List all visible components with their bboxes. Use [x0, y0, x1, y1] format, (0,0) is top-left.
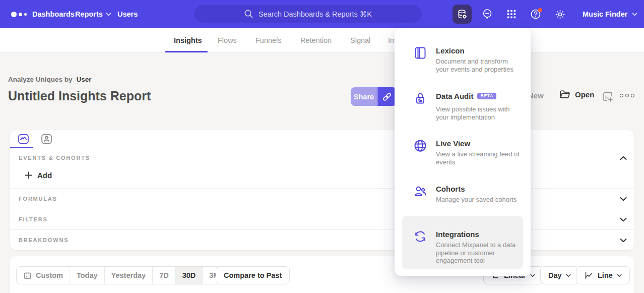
range-yesterday[interactable]: Yesterday: [105, 267, 153, 284]
help-button[interactable]: [526, 5, 545, 24]
feedback-button[interactable]: [478, 5, 497, 24]
compare-to-past-button[interactable]: Compare to Past: [216, 266, 290, 284]
divider: [10, 188, 634, 189]
grid-dots-icon: [506, 9, 517, 20]
plus-icon: [25, 171, 32, 179]
menu-item-cohorts[interactable]: Cohorts Manage your saved cohorts: [413, 184, 521, 204]
tab-flows[interactable]: Flows: [218, 28, 237, 52]
collapse-events-button[interactable]: [619, 154, 627, 162]
apps-grid-button[interactable]: [502, 5, 521, 24]
menu-item-title: Lexicon: [436, 46, 521, 55]
section-label-formulas: FORMULAS: [19, 196, 57, 202]
mixpanel-logo[interactable]: [11, 12, 27, 17]
lexicon-book-icon: [413, 46, 427, 60]
report-title[interactable]: Untitled Insights Report: [8, 89, 151, 103]
beta-badge: BETA: [477, 93, 496, 100]
tab-metrics-chart[interactable]: [17, 132, 30, 146]
menu-item-description: Document and transform your events and p…: [436, 57, 521, 73]
nav-item-reports[interactable]: Reports: [75, 0, 111, 28]
live-view-globe-icon: [413, 139, 427, 153]
tab-funnels[interactable]: Funnels: [255, 28, 282, 52]
range-custom[interactable]: Custom: [17, 267, 70, 284]
tab-retention[interactable]: Retention: [300, 28, 332, 52]
user-profile-icon: [40, 133, 53, 145]
menu-item-description: View possible issues with your implement…: [436, 105, 521, 121]
dot-icon: [625, 94, 629, 97]
chart-plus-icon: [602, 91, 614, 103]
expand-formulas-button[interactable]: [619, 195, 627, 203]
chevron-down-icon: [620, 217, 627, 222]
report-tabbar: Insights Flows Funnels Retention Signal …: [0, 28, 644, 53]
section-label-breakdowns: BREAKDOWNS: [19, 237, 69, 243]
menu-item-title: Data Audit: [436, 91, 473, 101]
nav-item-label: Reports: [75, 10, 103, 18]
range-30d[interactable]: 30D: [176, 267, 203, 284]
section-label-filters: FILTERS: [19, 216, 48, 222]
query-builder-panel: EVENTS & COHORTS Add FORMULAS FILTERS BR…: [10, 130, 634, 250]
tab-user-profiles[interactable]: [40, 132, 53, 146]
menu-item-data-audit[interactable]: Data Audit BETA View possible issues wit…: [413, 91, 521, 121]
link-icon: [381, 91, 393, 102]
menu-item-lexicon[interactable]: Lexicon Document and transform your even…: [413, 46, 521, 73]
notification-dot: [538, 8, 542, 12]
top-navbar: Dashboards Reports Users Search Dashboar…: [0, 0, 644, 28]
data-audit-lock-icon: [413, 91, 427, 105]
search-input[interactable]: Search Dashboards & Reports ⌘K: [194, 5, 422, 23]
search-icon: [244, 9, 253, 19]
chevron-up-icon: [620, 156, 627, 160]
data-management-menu: Lexicon Document and transform your even…: [395, 28, 531, 276]
chevron-down-icon: [620, 197, 627, 201]
add-label: Add: [37, 171, 52, 180]
menu-item-title: Live View: [436, 139, 521, 148]
menu-item-description: View a live streaming feed of events: [436, 150, 521, 166]
database-gear-icon: [457, 9, 468, 20]
nav-item-users[interactable]: Users: [117, 0, 138, 28]
logo-dot: [19, 13, 22, 16]
divider: [10, 229, 634, 230]
dot-icon: [620, 94, 623, 97]
more-options-button[interactable]: [620, 94, 634, 97]
chart-type-selector[interactable]: Line: [576, 266, 630, 284]
logo-dot: [11, 12, 17, 17]
analysis-entity-selector[interactable]: User: [77, 76, 92, 83]
workspace-name: Music Finder: [583, 10, 627, 18]
range-today[interactable]: Today: [70, 267, 105, 284]
chat-bubble-icon: [481, 8, 493, 20]
integrations-sync-icon: [413, 229, 427, 244]
data-management-button[interactable]: [453, 5, 472, 24]
builder-tabs: [10, 130, 634, 148]
menu-item-live-view[interactable]: Live View View a live streaming feed of …: [413, 139, 521, 166]
interval-selector[interactable]: Day: [540, 266, 579, 284]
add-event-button[interactable]: Add: [25, 171, 52, 180]
share-button[interactable]: Share: [351, 87, 377, 106]
menu-item-integrations[interactable]: Integrations Connect Mixpanel to a data …: [413, 229, 521, 265]
menu-item-description: Manage your saved cohorts: [436, 196, 521, 204]
open-label: Open: [575, 90, 594, 99]
expand-breakdowns-button[interactable]: [619, 236, 627, 244]
search-placeholder: Search Dashboards & Reports ⌘K: [259, 10, 372, 18]
chart-type-label: Line: [598, 271, 613, 279]
chart-line-icon: [17, 133, 30, 145]
tab-insights[interactable]: Insights: [174, 28, 202, 52]
report-subtitle: Analyze Uniques byUser: [8, 76, 92, 83]
chevron-down-icon: [632, 13, 637, 16]
chevron-down-icon: [530, 274, 535, 277]
line-chart-icon: [584, 271, 594, 280]
chevron-down-icon: [617, 274, 622, 277]
logo-dot: [24, 13, 27, 16]
settings-button[interactable]: [550, 5, 569, 24]
copy-link-button[interactable]: [377, 87, 397, 106]
dot-icon: [631, 94, 634, 97]
active-tab-underline: [165, 51, 208, 52]
gear-icon: [554, 9, 566, 20]
expand-filters-button[interactable]: [619, 215, 627, 223]
tab-signal[interactable]: Signal: [350, 28, 370, 52]
add-to-dashboard-button[interactable]: [602, 91, 614, 104]
range-7d[interactable]: 7D: [153, 267, 176, 284]
workspace-switcher[interactable]: Music Finder: [583, 0, 637, 28]
interval-label: Day: [548, 271, 562, 279]
divider: [10, 209, 634, 209]
open-report-button[interactable]: Open: [559, 90, 594, 99]
folder-icon: [559, 90, 570, 99]
nav-item-dashboards[interactable]: Dashboards: [32, 0, 75, 28]
